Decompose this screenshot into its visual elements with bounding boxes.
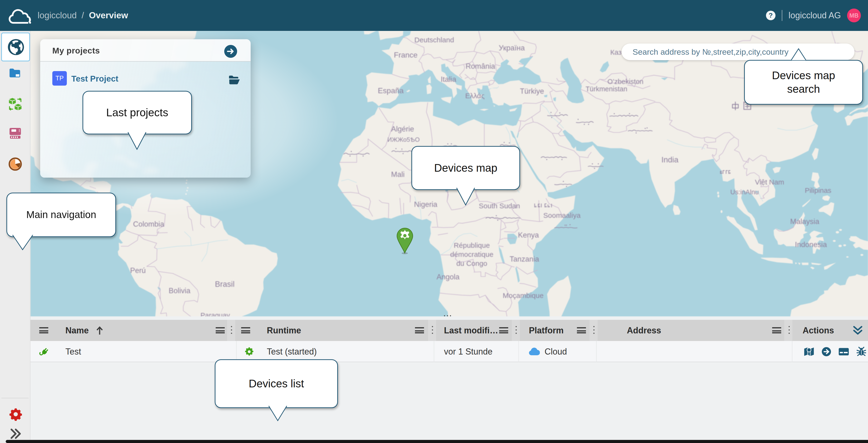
svg-text:Bolivia: Bolivia: [168, 287, 190, 295]
svg-text:Angola: Angola: [437, 273, 460, 281]
svg-text:Brasil: Brasil: [215, 280, 235, 288]
svg-text:Deutschland: Deutschland: [414, 36, 454, 44]
svg-text:Kenya: Kenya: [518, 231, 539, 239]
svg-text:Malaysia: Malaysia: [790, 217, 819, 226]
svg-text:du Congo: du Congo: [456, 259, 487, 267]
svg-text:Mali: Mali: [391, 170, 405, 179]
svg-text:Каз: Каз: [610, 48, 622, 56]
svg-text:Italia: Italia: [441, 75, 456, 84]
svg-text:South Sudan: South Sudan: [479, 202, 520, 210]
svg-text:România: România: [466, 62, 495, 70]
svg-text:Indonesia: Indonesia: [795, 241, 827, 249]
svg-text:Tanzania: Tanzania: [509, 255, 539, 263]
svg-text:République: République: [454, 241, 490, 249]
svg-text:Ελλάς: Ελλάς: [465, 92, 485, 100]
svg-text:Moçambique: Moçambique: [503, 291, 544, 299]
svg-text:O’zbekiston: O’zbekiston: [607, 78, 644, 85]
svg-text:Việt Nam: Việt Nam: [755, 178, 784, 186]
svg-text:Us:inAlnu: Us:inAlnu: [730, 188, 759, 196]
svg-text:Algérie: Algérie: [391, 125, 414, 133]
svg-text:Pilipinas: Pilipinas: [805, 186, 831, 194]
svg-text:démocratique: démocratique: [450, 250, 493, 258]
svg-text:Paraguay: Paraguay: [200, 312, 230, 316]
svg-text:Nigeria: Nigeria: [414, 200, 438, 209]
svg-text:Türkmenistan: Türkmenistan: [586, 85, 627, 93]
svg-text:Türkiye: Türkiye: [520, 87, 544, 95]
svg-text:España: España: [378, 86, 404, 95]
svg-text:Colombia: Colombia: [133, 220, 164, 228]
svg-text:Perú: Perú: [130, 266, 146, 275]
svg-text:Україна: Україна: [499, 44, 525, 52]
svg-text:Soomaaliya: Soomaaliya: [544, 212, 581, 219]
svg-text:France: France: [394, 51, 417, 59]
svg-text:India: India: [661, 155, 679, 164]
svg-text:ИЖЖо5ѢО: ИЖЖо5ѢО: [388, 136, 420, 143]
